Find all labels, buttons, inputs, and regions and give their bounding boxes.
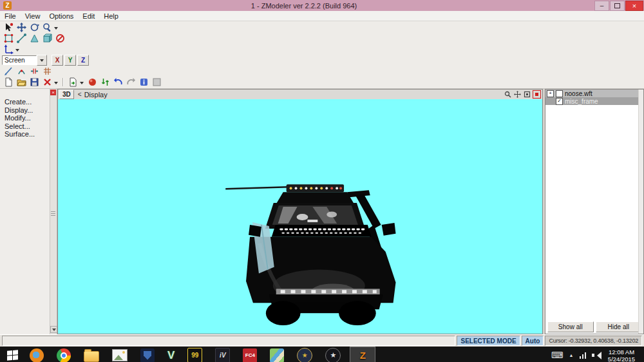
- taskbar-99[interactable]: 99: [187, 347, 202, 362]
- objects-mode-icon[interactable]: [41, 33, 53, 44]
- redo-icon[interactable]: [124, 77, 137, 88]
- toolbar-row-modes: [0, 33, 644, 44]
- maximize-button[interactable]: [610, 1, 625, 11]
- menu-help[interactable]: Help: [99, 12, 123, 20]
- new-file-icon[interactable]: [2, 77, 15, 88]
- viewport-expand-icon[interactable]: [523, 91, 531, 99]
- zoom-view-icon[interactable]: [41, 23, 53, 33]
- taskbar-clock[interactable]: 12:08 AM 5/24/2015: [604, 348, 639, 362]
- menu-edit[interactable]: Edit: [78, 12, 99, 20]
- weld-tool-icon[interactable]: [15, 66, 28, 77]
- faces-mode-icon[interactable]: [28, 33, 41, 44]
- taskbar-explorer[interactable]: [84, 347, 99, 362]
- taskbar-chrome[interactable]: [57, 347, 71, 362]
- scroll-down-icon[interactable]: [50, 326, 57, 333]
- hide-all-button[interactable]: Hide all: [596, 321, 642, 332]
- hierarchy-item-noose[interactable]: + noose.wft: [545, 90, 643, 97]
- taskbar-firefox[interactable]: [30, 347, 44, 362]
- viewport-pan-icon[interactable]: [513, 91, 522, 99]
- menu-file[interactable]: File: [0, 12, 21, 20]
- photos-icon: [112, 349, 128, 361]
- menu-view[interactable]: View: [21, 12, 45, 20]
- command-display[interactable]: Display...: [5, 106, 57, 115]
- embed-dropdown-icon[interactable]: [80, 82, 84, 86]
- command-surface[interactable]: Surface...: [5, 130, 57, 138]
- axis-y-button[interactable]: Y: [64, 55, 76, 66]
- network-icon[interactable]: [580, 352, 587, 359]
- file-dropdown-icon[interactable]: [54, 82, 58, 86]
- selection-off-icon[interactable]: [53, 33, 66, 44]
- embed-icon[interactable]: [66, 77, 79, 88]
- viewport-3d-tab[interactable]: 3D: [59, 90, 74, 99]
- axes-dropdown-icon[interactable]: [15, 49, 19, 53]
- volume-icon[interactable]: [592, 352, 600, 359]
- close-button[interactable]: ×: [625, 1, 643, 11]
- taskbar-star[interactable]: ★: [325, 347, 341, 362]
- hierarchy-scrollbar[interactable]: [638, 90, 643, 334]
- edges-mode-icon[interactable]: [15, 33, 28, 44]
- axes-gizmo-icon[interactable]: [2, 44, 15, 55]
- viewport: 3D < Display: [57, 89, 543, 334]
- hidden-icons-chevron-icon[interactable]: ▲: [569, 353, 574, 357]
- menu-options[interactable]: Options: [44, 12, 78, 20]
- minimize-button[interactable]: –: [594, 1, 609, 11]
- viewport-zoom-icon[interactable]: [504, 91, 512, 99]
- taskbar-gtav[interactable]: V: [167, 347, 175, 362]
- expander-icon[interactable]: +: [547, 90, 554, 97]
- sync-icon[interactable]: [99, 77, 111, 88]
- taskbar-maps[interactable]: [270, 347, 284, 362]
- viewport-canvas[interactable]: [58, 99, 542, 334]
- hierarchy-item-misc-frame[interactable]: ✓ misc_frame: [545, 97, 643, 105]
- axis-z-button[interactable]: Z: [77, 55, 89, 66]
- touch-keyboard-icon[interactable]: ⌨: [551, 351, 564, 359]
- viewport-maximize-icon[interactable]: [533, 90, 541, 99]
- star-badge-icon: ★: [325, 348, 341, 362]
- options-icon[interactable]: [150, 77, 163, 88]
- close-panel-icon[interactable]: ×: [50, 90, 56, 95]
- taskbar-zmodeler-active[interactable]: Z: [350, 347, 375, 362]
- command-panel-scrollbar[interactable]: ×: [50, 89, 57, 334]
- start-button[interactable]: [1, 347, 23, 362]
- hierarchy-item-label: misc_frame: [565, 98, 598, 105]
- titlebar[interactable]: Z 1 - ZModeler ver 2.2.2 (Build 964) – ×: [0, 0, 644, 11]
- detach-tool-icon[interactable]: [28, 66, 41, 77]
- command-modify[interactable]: Modify...: [5, 114, 57, 122]
- visibility-checkbox-checked[interactable]: ✓: [556, 98, 563, 105]
- taskbar-gtaiv[interactable]: iV: [215, 347, 230, 362]
- delete-icon[interactable]: [41, 77, 53, 88]
- viewport-view-label[interactable]: Display: [84, 91, 108, 99]
- view-space-select[interactable]: Screen: [2, 55, 47, 65]
- vertices-mode-icon[interactable]: [2, 33, 15, 44]
- close-icon: ×: [632, 2, 636, 10]
- taskbar-badge[interactable]: ★: [297, 347, 312, 362]
- combo-dropdown-button[interactable]: [37, 55, 47, 66]
- firefox-icon: [30, 348, 44, 362]
- open-file-icon[interactable]: [15, 77, 28, 88]
- taskbar-farcry4[interactable]: FC4: [243, 347, 257, 362]
- pan-view-icon[interactable]: [15, 23, 28, 33]
- vehicle-model[interactable]: [58, 99, 542, 334]
- maximize-icon: [614, 3, 620, 8]
- orbit-view-icon[interactable]: [28, 23, 41, 33]
- taskbar-photos[interactable]: [112, 347, 128, 362]
- visibility-checkbox[interactable]: [556, 90, 563, 97]
- knife-tool-icon[interactable]: [2, 66, 15, 77]
- command-select[interactable]: Select...: [5, 122, 57, 131]
- command-create[interactable]: Create...: [5, 98, 57, 106]
- more-tools-dropdown-icon[interactable]: [54, 27, 58, 32]
- save-file-icon[interactable]: [28, 77, 41, 88]
- viewport-back-arrow[interactable]: <: [78, 91, 82, 98]
- windows-logo-icon: [7, 350, 18, 360]
- status-auto[interactable]: Auto: [522, 336, 544, 346]
- grid-snap-icon[interactable]: [41, 66, 53, 77]
- hierarchy-item-label: noose.wft: [565, 90, 592, 97]
- undo-icon[interactable]: [111, 77, 124, 88]
- chevron-down-icon: [40, 59, 44, 64]
- axis-x-button[interactable]: X: [52, 55, 63, 66]
- select-arrow-icon[interactable]: [2, 23, 15, 33]
- show-all-button[interactable]: Show all: [547, 321, 594, 332]
- notes-icon[interactable]: [137, 77, 150, 88]
- panel-grip-handle[interactable]: [51, 210, 55, 217]
- taskbar-nypd[interactable]: [140, 347, 155, 362]
- render-material-icon[interactable]: [86, 77, 99, 88]
